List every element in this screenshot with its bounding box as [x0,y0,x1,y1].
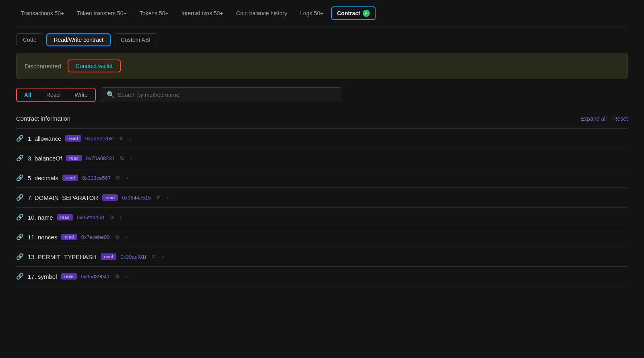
method-type-badge: read [66,155,82,161]
section-header: Contract information Expand all Reset [16,110,628,127]
method-type-badge: read [102,194,118,201]
link-icon: 🔗 [16,154,24,162]
contract-row[interactable]: 🔗 3. balanceOf read 0x70a08231 ⧉ › [16,148,628,168]
chevron-right-icon: › [130,135,132,142]
nav-tab-internal-txns[interactable]: Internal txns 50+ [177,8,228,19]
connect-wallet-button[interactable]: Connect wallet [68,60,121,72]
filter-tab-write[interactable]: Write [67,88,95,101]
copy-icon[interactable]: ⧉ [114,272,120,280]
method-type-badge: read [57,214,73,220]
method-type-badge: read [62,175,78,181]
method-name: 5. decimals [28,175,58,181]
method-type-badge: read [101,253,116,260]
contract-row[interactable]: 🔗 7. DOMAIN_SEPARATOR read 0x3644e515 ⧉ … [16,188,628,208]
chevron-right-icon: › [125,273,127,280]
nav-tabs: Transactions 50+ Token transfers 50+ Tok… [16,0,628,27]
method-type-badge: read [65,135,81,142]
copy-icon[interactable]: ⧉ [114,233,120,241]
chevron-right-icon: › [167,194,169,201]
method-name: 17. symbol [28,273,57,280]
nav-tab-transactions[interactable]: Transactions 50+ [16,8,69,19]
method-hash: 0x7ecebe00 [81,234,110,240]
chevron-right-icon: › [120,214,122,220]
link-icon: 🔗 [16,214,24,221]
copy-icon[interactable]: ⧉ [108,213,115,221]
section-title: Contract information [16,115,70,122]
contract-row[interactable]: 🔗 1. allowance read 0xdd62ed3e ⧉ › [16,129,628,148]
method-hash: 0x3644e515 [122,195,151,201]
filter-tab-read[interactable]: Read [39,88,67,101]
filter-tab-all[interactable]: All [17,88,39,101]
verified-icon: ✓ [363,10,370,17]
reset-button[interactable]: Reset [613,115,628,122]
method-name: 3. balanceOf [28,155,62,162]
sub-tab-read-write[interactable]: Read/Write contract [46,33,110,46]
chevron-right-icon: › [125,234,127,240]
link-icon: 🔗 [16,135,24,142]
link-icon: 🔗 [16,253,24,260]
contract-row[interactable]: 🔗 10. name read 0x06fdde03 ⧉ › [16,208,628,227]
link-icon: 🔗 [16,194,24,201]
nav-tab-logs[interactable]: Logs 50+ [295,8,328,19]
nav-tab-tokens[interactable]: Tokens 50+ [135,8,173,19]
copy-icon[interactable]: ⧉ [119,154,126,162]
contract-row[interactable]: 🔗 13. PERMIT_TYPEHASH read 0x30adf81f ⧉ … [16,247,628,267]
contract-row[interactable]: 🔗 11. nonces read 0x7ecebe00 ⧉ › [16,227,628,247]
contract-list: 🔗 1. allowance read 0xdd62ed3e ⧉ › 🔗 3. … [16,128,628,286]
filter-row: All Read Write 🔍 [16,87,628,102]
wallet-status: Disconnected [25,63,61,70]
copy-icon[interactable]: ⧉ [150,253,157,261]
sub-tab-code[interactable]: Code [16,33,43,46]
copy-icon[interactable]: ⧉ [115,174,122,182]
method-hash: 0xdd62ed3e [85,136,114,142]
sub-tab-custom-abi[interactable]: Custom ABI [114,33,157,46]
search-icon: 🔍 [107,91,115,99]
copy-icon[interactable]: ⧉ [155,193,162,202]
expand-all-button[interactable]: Expand all [580,115,607,122]
method-name: 7. DOMAIN_SEPARATOR [28,194,98,201]
contract-row[interactable]: 🔗 17. symbol read 0x95d89b41 ⧉ › [16,267,628,286]
method-hash: 0x06fdde03 [77,214,104,220]
chevron-right-icon: › [130,155,132,161]
method-hash: 0x95d89b41 [81,274,110,280]
method-type-badge: read [61,273,77,280]
method-hash: 0x313ce567 [82,175,111,181]
wallet-bar: Disconnected Connect wallet [16,53,628,79]
nav-tab-contract[interactable]: Contract ✓ [331,6,376,20]
chevron-right-icon: › [126,175,128,181]
contract-row[interactable]: 🔗 5. decimals read 0x313ce567 ⧉ › [16,168,628,188]
method-name: 1. allowance [28,135,61,142]
method-name: 11. nonces [28,234,57,241]
link-icon: 🔗 [16,273,24,280]
method-hash: 0x70a08231 [86,155,115,161]
chevron-right-icon: › [162,253,164,260]
method-type-badge: read [61,234,77,240]
nav-tab-coin-balance[interactable]: Coin balance history [231,8,292,19]
filter-tab-group: All Read Write [16,88,96,102]
search-box: 🔍 [101,87,342,102]
sub-tabs: Code Read/Write contract Custom ABI [16,27,628,53]
section-actions: Expand all Reset [580,115,628,122]
copy-icon[interactable]: ⧉ [118,134,125,142]
method-hash: 0x30adf81f [120,254,146,260]
method-name: 13. PERMIT_TYPEHASH [28,253,97,260]
link-icon: 🔗 [16,174,24,181]
method-name: 10. name [28,214,53,221]
search-input[interactable] [118,92,336,98]
link-icon: 🔗 [16,233,24,241]
nav-tab-token-transfers[interactable]: Token transfers 50+ [72,8,131,19]
